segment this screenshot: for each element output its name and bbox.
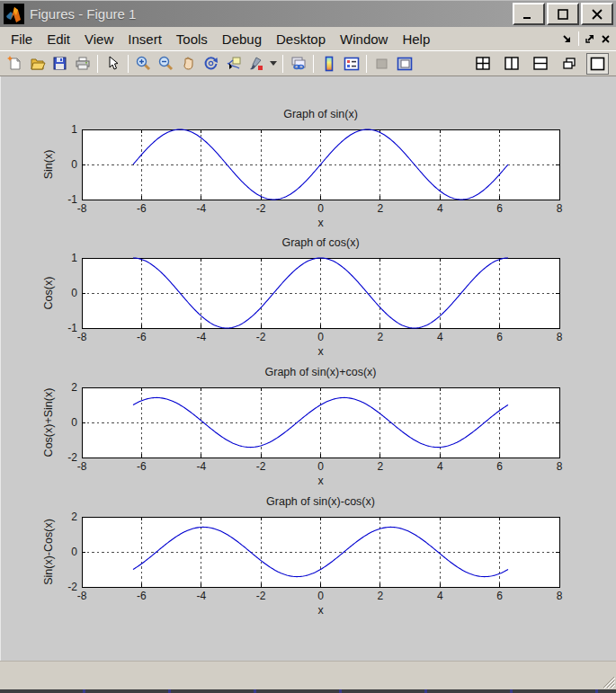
link-plot-icon xyxy=(290,56,307,71)
hide-plot-tools-button xyxy=(370,53,393,75)
new-figure-button[interactable] xyxy=(4,53,26,75)
edit-plot-button[interactable] xyxy=(102,53,124,75)
menu-desktop[interactable]: Desktop xyxy=(269,29,333,49)
resize-grip[interactable] xyxy=(602,675,615,689)
zoom-in-icon xyxy=(136,56,151,71)
svg-text:-8: -8 xyxy=(77,460,87,473)
rotate-3d-button[interactable] xyxy=(200,53,222,75)
zoom-in-button[interactable] xyxy=(132,53,155,75)
menu-window[interactable]: Window xyxy=(333,29,395,49)
undock-arrow-icon[interactable] xyxy=(585,33,595,44)
svg-text:4: 4 xyxy=(437,590,443,602)
svg-text:x: x xyxy=(317,345,324,358)
menu-debug[interactable]: Debug xyxy=(215,29,269,49)
show-plot-tools-button[interactable] xyxy=(393,53,415,75)
tile-grid-button[interactable] xyxy=(471,53,494,75)
close-button[interactable] xyxy=(581,3,613,25)
maximize-single-icon xyxy=(590,57,605,71)
svg-text:-1: -1 xyxy=(67,322,77,334)
tile-rows-button[interactable] xyxy=(529,53,551,75)
menu-help[interactable]: Help xyxy=(395,29,437,49)
menu-tools[interactable]: Tools xyxy=(169,29,215,49)
maximize-icon xyxy=(557,9,569,20)
window-title: Figures - Figure 1 xyxy=(30,6,511,22)
brush-button[interactable] xyxy=(245,53,267,75)
subplot-sin[interactable]: -8-6-4-202468-101Graph of sin(x)xSin(x) xyxy=(1,102,616,232)
maximize-single-button[interactable] xyxy=(586,53,609,75)
show-plot-tools-icon xyxy=(397,57,413,71)
toolbar-separator xyxy=(97,55,98,73)
svg-text:1: 1 xyxy=(71,123,77,136)
svg-text:0: 0 xyxy=(71,416,77,429)
legend-icon xyxy=(344,57,360,71)
svg-text:6: 6 xyxy=(496,331,503,343)
tile-columns-button[interactable] xyxy=(500,53,522,75)
svg-text:0: 0 xyxy=(317,590,324,602)
svg-text:2: 2 xyxy=(378,331,384,343)
pan-button[interactable] xyxy=(177,53,200,75)
svg-text:0: 0 xyxy=(71,546,77,558)
minimize-button[interactable] xyxy=(513,3,545,25)
svg-text:8: 8 xyxy=(557,202,563,215)
taskbar-edge xyxy=(0,689,616,693)
svg-text:6: 6 xyxy=(496,460,503,473)
save-figure-button[interactable] xyxy=(49,53,71,75)
svg-text:-2: -2 xyxy=(256,590,266,602)
svg-text:2: 2 xyxy=(378,460,384,473)
svg-text:1: 1 xyxy=(71,252,77,264)
svg-text:4: 4 xyxy=(437,460,443,473)
menu-view[interactable]: View xyxy=(77,29,121,49)
svg-text:8: 8 xyxy=(557,331,563,343)
pointer-icon xyxy=(106,56,120,71)
toolbar-separator xyxy=(313,55,314,73)
svg-text:-8: -8 xyxy=(77,590,87,602)
svg-text:0: 0 xyxy=(317,460,324,473)
brush-dropdown-button[interactable] xyxy=(267,53,279,75)
subplot-sin-plus-cos[interactable]: -8-6-4-202468-202Graph of sin(x)+cos(x)x… xyxy=(1,360,616,490)
svg-text:0: 0 xyxy=(317,331,324,343)
float-windows-button[interactable] xyxy=(558,53,580,75)
menu-edit[interactable]: Edit xyxy=(40,29,77,49)
print-figure-button[interactable] xyxy=(71,53,94,75)
svg-text:0: 0 xyxy=(71,158,77,171)
hide-plot-tools-icon xyxy=(375,58,388,70)
svg-text:0: 0 xyxy=(317,202,324,215)
float-windows-icon xyxy=(562,57,576,70)
svg-text:-6: -6 xyxy=(137,460,147,473)
menu-file[interactable]: File xyxy=(4,29,40,49)
chevron-down-icon xyxy=(270,61,277,66)
link-plot-button[interactable] xyxy=(287,53,309,75)
dock-arrow-icon[interactable] xyxy=(561,33,573,45)
toolbar-separator xyxy=(282,55,283,73)
insert-colorbar-button[interactable] xyxy=(317,53,340,75)
zoom-out-button[interactable] xyxy=(155,53,177,75)
tile-grid-icon xyxy=(476,57,490,70)
subplot-cos[interactable]: -8-6-4-202468-101Graph of cos(x)xCos(x) xyxy=(1,231,616,360)
print-icon xyxy=(75,56,91,71)
minimize-icon xyxy=(522,9,535,20)
svg-text:x: x xyxy=(317,604,324,617)
data-cursor-button[interactable] xyxy=(222,53,245,75)
svg-text:Sin(x): Sin(x) xyxy=(42,150,55,180)
svg-text:-2: -2 xyxy=(67,581,77,593)
svg-text:-4: -4 xyxy=(196,202,206,215)
menu-insert[interactable]: Insert xyxy=(121,29,169,49)
svg-text:-2: -2 xyxy=(256,460,266,473)
svg-text:6: 6 xyxy=(496,202,503,215)
maximize-button[interactable] xyxy=(547,3,579,25)
save-icon xyxy=(52,56,67,71)
svg-text:6: 6 xyxy=(496,590,503,602)
subplot-sin-minus-cos[interactable]: -8-6-4-202468-202Graph of sin(x)-cos(x)x… xyxy=(1,490,616,619)
close-icon xyxy=(591,9,603,20)
brush-icon xyxy=(248,56,263,71)
svg-text:-6: -6 xyxy=(137,590,147,602)
statusbar xyxy=(0,661,616,689)
insert-legend-button[interactable] xyxy=(340,53,362,75)
close-figure-icon[interactable] xyxy=(601,34,611,44)
open-file-button[interactable] xyxy=(26,53,49,75)
svg-text:Sin(x)-Cos(x): Sin(x)-Cos(x) xyxy=(42,519,55,585)
toolbar-separator xyxy=(366,55,367,73)
zoom-out-icon xyxy=(158,56,174,71)
pan-hand-icon xyxy=(181,56,196,71)
svg-text:Cos(x): Cos(x) xyxy=(42,277,55,310)
